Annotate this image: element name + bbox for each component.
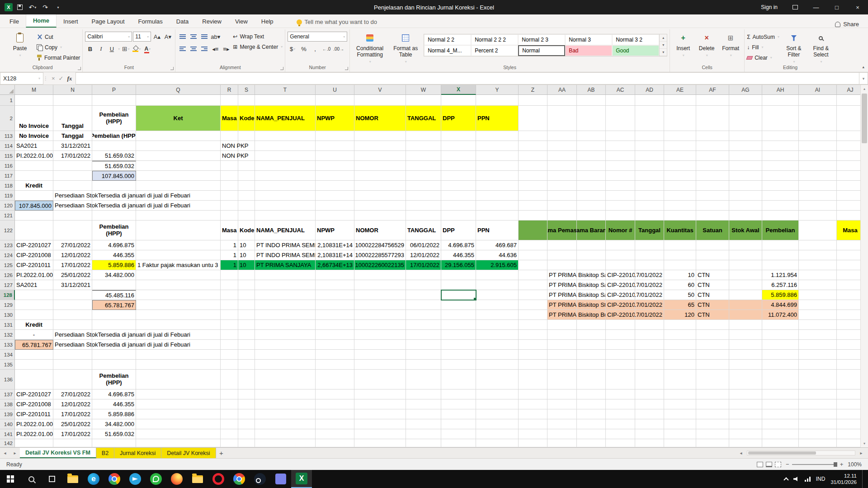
cell-U1[interactable] <box>316 95 354 106</box>
cell-AB120[interactable] <box>577 201 606 211</box>
format-cells-button[interactable]: ⊞ Format▾ <box>719 30 742 57</box>
cell-M130[interactable] <box>15 310 53 320</box>
cell-S138[interactable] <box>238 399 255 409</box>
cell-S123[interactable]: 10 <box>238 240 255 250</box>
cell-T133[interactable] <box>255 340 316 350</box>
cell-M120[interactable]: 107.845.000 <box>15 201 53 211</box>
cell-AB115[interactable] <box>577 151 606 161</box>
cell-Q124[interactable] <box>136 250 221 260</box>
cell-AB133[interactable] <box>577 340 606 350</box>
horizontal-scrollbar[interactable]: ◂ ▸ <box>734 448 868 458</box>
cell-R2[interactable]: Masa <box>221 106 238 131</box>
cell-Y1[interactable] <box>476 95 519 106</box>
cell-AH134[interactable] <box>762 350 799 360</box>
show-desktop-button[interactable] <box>862 470 864 488</box>
cell-AG118[interactable] <box>729 181 762 191</box>
autosum-button[interactable]: ΣAutoSum▾ <box>747 32 779 42</box>
cell-N116[interactable] <box>53 161 92 171</box>
cell-R132[interactable] <box>221 330 238 340</box>
cell-AF140[interactable] <box>696 419 729 429</box>
column-header-AB[interactable]: AB <box>577 85 606 95</box>
cell-X134[interactable] <box>441 350 476 360</box>
cell-M115[interactable]: PI.2022.01.00003 <box>15 151 53 161</box>
cell-P129[interactable]: 65.781.767 <box>92 300 136 310</box>
cell-AH136[interactable] <box>762 370 799 389</box>
cell-W118[interactable] <box>406 181 441 191</box>
cell-AI139[interactable] <box>799 409 837 419</box>
column-header-AA[interactable]: AA <box>547 85 577 95</box>
cell-AA134[interactable] <box>547 350 577 360</box>
decrease-indent-button[interactable]: ◂≡ <box>210 44 220 54</box>
cell-AC127[interactable]: CIP-22010 <box>606 280 635 290</box>
cell-AC117[interactable] <box>606 171 635 181</box>
cell-AB114[interactable] <box>577 141 606 151</box>
cell-S130[interactable] <box>238 310 255 320</box>
cell-AF118[interactable] <box>696 181 729 191</box>
cell-AJ128[interactable] <box>837 290 860 300</box>
cell-Q128[interactable] <box>136 290 221 300</box>
cell-Z118[interactable] <box>519 181 547 191</box>
cell-R142[interactable] <box>221 439 238 447</box>
cell-W115[interactable] <box>406 151 441 161</box>
cell-AD136[interactable] <box>635 370 664 389</box>
cell-M118[interactable]: Kredit <box>15 181 53 191</box>
cell-V142[interactable] <box>354 439 406 447</box>
hscroll-right-button[interactable]: ▸ <box>856 450 866 455</box>
cell-T136[interactable] <box>255 370 316 389</box>
column-header-AI[interactable]: AI <box>799 85 837 95</box>
cell-N115[interactable]: 17/01/2022 <box>53 151 92 161</box>
cell-AA2[interactable] <box>547 106 577 131</box>
cell-AH127[interactable]: 6.257.116 <box>762 280 799 290</box>
row-header-137[interactable]: 137 <box>0 389 15 399</box>
task-view-button[interactable] <box>42 470 62 488</box>
cell-X137[interactable] <box>441 389 476 399</box>
cell-AA133[interactable] <box>547 340 577 350</box>
cell-V121[interactable] <box>354 211 406 221</box>
column-header-W[interactable]: W <box>406 85 441 95</box>
cell-X2[interactable]: DPP <box>441 106 476 131</box>
cell-Z142[interactable] <box>519 439 547 447</box>
cell-Z128[interactable] <box>519 290 547 300</box>
cell-X113[interactable] <box>441 131 476 141</box>
zoom-slider-thumb[interactable] <box>834 462 837 467</box>
cell-AH138[interactable] <box>762 399 799 409</box>
cell-P116[interactable]: 51.659.032 <box>92 161 136 171</box>
cell-AC140[interactable] <box>606 419 635 429</box>
cell-N135[interactable] <box>53 360 92 370</box>
cell-T131[interactable] <box>255 320 316 330</box>
browser-icon[interactable] <box>229 470 250 488</box>
cell-T121[interactable] <box>255 211 316 221</box>
cell-AH121[interactable] <box>762 211 799 221</box>
ribbon-tab-data[interactable]: Data <box>170 15 195 28</box>
cell-Y132[interactable] <box>476 330 519 340</box>
zoom-out-button[interactable]: − <box>786 461 789 468</box>
scroll-up-button[interactable]: ▴ <box>861 85 868 93</box>
cell-AB128[interactable]: Biskitop Sa <box>577 290 606 300</box>
cell-style-normal-2-2-2[interactable]: Normal 2 2 2 <box>471 34 518 45</box>
cell-Z130[interactable] <box>519 310 547 320</box>
cell-N118[interactable] <box>53 181 92 191</box>
cell-W116[interactable] <box>406 161 441 171</box>
cell-AJ135[interactable] <box>837 360 860 370</box>
cell-N130[interactable] <box>53 310 92 320</box>
cell-Z122[interactable] <box>519 221 547 240</box>
column-header-AC[interactable]: AC <box>606 85 635 95</box>
row-header-119[interactable]: 119 <box>0 191 15 201</box>
cell-AH115[interactable] <box>762 151 799 161</box>
cell-Z113[interactable] <box>519 131 547 141</box>
cell-AG130[interactable] <box>729 310 762 320</box>
cell-U121[interactable] <box>316 211 354 221</box>
cell-Z115[interactable] <box>519 151 547 161</box>
cell-X140[interactable] <box>441 419 476 429</box>
column-header-Z[interactable]: Z <box>519 85 547 95</box>
cell-P114[interactable] <box>92 141 136 151</box>
cell-V117[interactable] <box>354 171 406 181</box>
cell-AE131[interactable] <box>664 320 696 330</box>
sheet-tab-detail-jv-koreksi[interactable]: Detail JV Koreksi <box>161 448 216 458</box>
cell-N131[interactable] <box>53 320 92 330</box>
cell-P123[interactable]: 4.696.875 <box>92 240 136 250</box>
cell-AA115[interactable] <box>547 151 577 161</box>
cell-AG115[interactable] <box>729 151 762 161</box>
cell-V130[interactable] <box>354 310 406 320</box>
cell-S140[interactable] <box>238 419 255 429</box>
